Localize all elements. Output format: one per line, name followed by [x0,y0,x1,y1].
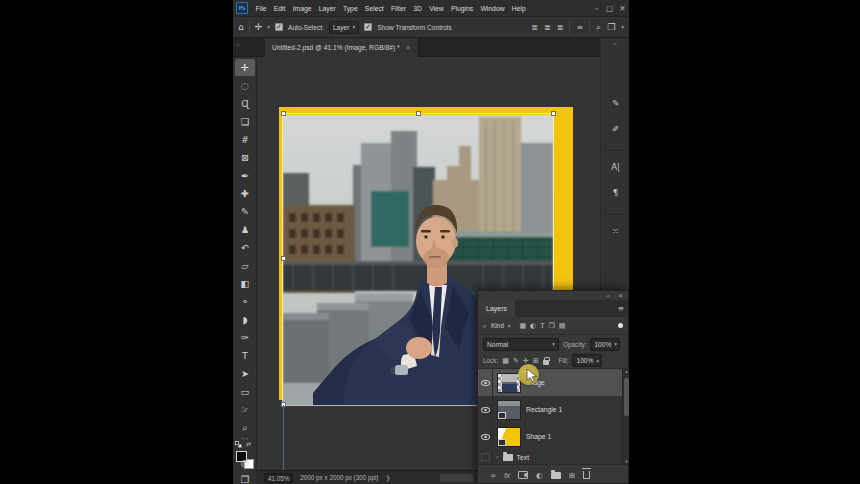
visibility-eye-icon[interactable] [481,434,490,440]
fill-field[interactable]: 100% ▾ [572,354,602,367]
chevron-down-icon[interactable]: ▾ [267,24,270,30]
menu-plugins[interactable]: Plugins [447,0,476,17]
rectangle-tool[interactable]: ▭ [235,383,255,400]
menu-file[interactable]: File [252,0,270,17]
healing-brush-tool[interactable]: ✚ [235,185,255,202]
path-selection-tool[interactable]: ➤ [235,365,255,382]
close-button[interactable]: ✕ [616,0,629,17]
clone-stamp-tool[interactable]: ♟ [235,221,255,238]
menu-view[interactable]: View [426,0,448,17]
type-layer-filter-icon[interactable]: T [540,322,544,329]
type-tool[interactable]: T [235,347,255,364]
workspace-switcher-icon[interactable]: ❒ [607,22,615,32]
character-panel-icon[interactable]: A| [601,162,629,172]
visibility-cell[interactable] [478,423,493,450]
default-colors-icon[interactable] [235,441,243,448]
tab-overflow-icon[interactable]: « [236,41,240,48]
eraser-tool[interactable]: ▱ [235,257,255,274]
opacity-field[interactable]: 100% ▾ [590,338,620,351]
visibility-eye-icon[interactable] [481,407,490,413]
paragraph-panel-icon[interactable]: ¶ [601,188,629,198]
link-layers-icon[interactable]: ∞ [490,471,496,480]
move-tool-preset-icon[interactable]: ✛ [255,22,263,32]
lasso-tool[interactable]: Ɋ [235,95,255,112]
status-popup-chevron-icon[interactable]: ❯ [385,474,390,481]
zoom-level-field[interactable]: 41.05% [264,473,293,483]
visibility-eye-icon[interactable] [481,380,490,386]
align-left-edges-icon[interactable]: ≣ [531,23,538,32]
frame-tool[interactable]: ⊠ [235,149,255,166]
pixel-layer-filter-icon[interactable]: ▦ [519,322,526,330]
layer-style-fx-icon[interactable]: fx [504,471,510,480]
show-transform-checkbox[interactable]: ✓ [364,23,372,31]
home-icon[interactable]: ⌂ [238,22,244,32]
visibility-eye-off[interactable] [481,453,490,461]
crop-tool[interactable]: # [235,131,255,148]
align-centers-icon[interactable]: ≣ [544,23,551,32]
new-group-icon[interactable] [551,472,561,479]
menu-image[interactable]: Image [289,0,315,17]
brush-tool[interactable]: ✎ [235,203,255,220]
lock-artboard-icon[interactable]: ⊞ [533,357,539,365]
adjustment-layer-filter-icon[interactable]: ◐ [530,322,536,330]
group-disclosure-icon[interactable]: › [496,453,499,461]
tab-layers[interactable]: Layers [478,300,515,317]
layer-row-shape[interactable]: Shape 1 [478,423,622,450]
blend-mode-dropdown[interactable]: Normal ▾ [483,338,559,351]
layer-row-rectangle[interactable]: Rectangle 1 [478,396,622,423]
visibility-cell[interactable] [478,369,493,396]
smudge-tool[interactable]: ◗ [235,311,255,328]
search-icon[interactable]: ⌕ [596,22,601,33]
glyphs-panel-icon[interactable]: ⁙ [601,226,629,236]
panel-menu-icon[interactable]: ≡ [618,304,624,313]
panel-collapse-icon[interactable]: « [606,291,610,300]
marquee-tool[interactable]: ◌ [235,77,255,94]
maximize-button[interactable]: ▢ [603,0,616,17]
lock-all-icon[interactable] [543,360,549,365]
filter-kind-dropdown[interactable]: Kind [491,322,504,329]
menu-type[interactable]: Type [339,0,361,17]
minimize-button[interactable]: – [590,0,603,17]
auto-select-checkbox[interactable]: ✓ [275,23,283,31]
visibility-cell[interactable] [478,396,493,423]
gradient-tool[interactable]: ◧ [235,275,255,292]
menu-select[interactable]: Select [361,0,387,17]
scrollbar-thumb[interactable] [624,378,629,416]
filter-toggle-icon[interactable] [618,323,623,328]
lock-pixels-icon[interactable]: ✎ [513,357,519,365]
hand-tool[interactable]: ☞ [235,401,255,418]
layers-scrollbar[interactable]: ▴ ▾ [622,369,629,464]
menu-edit[interactable]: Edit [270,0,289,17]
eyedropper-tool[interactable]: ✒ [235,167,255,184]
delete-layer-icon[interactable] [583,471,590,479]
brush-settings-panel-icon[interactable]: ✎ [601,98,629,108]
screen-mode-icon[interactable]: ❐ [235,471,255,484]
distribute-icon[interactable]: ≡ [576,23,583,32]
transform-handle[interactable] [281,256,286,261]
layer-row-image[interactable]: Image [478,369,622,396]
document-tab[interactable]: Untitled-2.psd @ 41.1% (Image, RGB/8#) *… [265,38,419,57]
lock-transparency-icon[interactable]: ▩ [502,357,509,365]
auto-select-target-dropdown[interactable]: Layer ▾ [329,21,359,34]
panel-close-icon[interactable]: ✕ [618,291,623,300]
horizontal-scrollbar-thumb[interactable] [440,474,474,482]
align-right-edges-icon[interactable]: ≣ [557,23,564,32]
add-layer-mask-icon[interactable] [518,471,528,479]
smart-object-filter-icon[interactable]: ▤ [559,322,566,330]
history-brush-tool[interactable]: ↶ [235,239,255,256]
visibility-cell[interactable] [478,450,493,464]
pen-tool[interactable]: ✑ [235,329,255,346]
menu-window[interactable]: Window [477,0,508,17]
menu-3d[interactable]: 3D [410,0,426,17]
options-collapse-icon[interactable]: ▾ [621,24,624,30]
layer-thumbnail[interactable] [497,400,521,420]
transform-handle[interactable] [281,111,286,116]
adjustment-layer-icon[interactable]: ◐ [536,471,543,480]
menu-filter[interactable]: Filter [387,0,409,17]
menu-help[interactable]: Help [508,0,529,17]
layer-group-row-text[interactable]: › Text [478,450,622,464]
transform-handle[interactable] [416,111,421,116]
guide-line[interactable] [283,405,284,470]
new-layer-icon[interactable]: ⊞ [569,471,575,480]
chevron-down-icon[interactable]: ▾ [508,323,511,329]
